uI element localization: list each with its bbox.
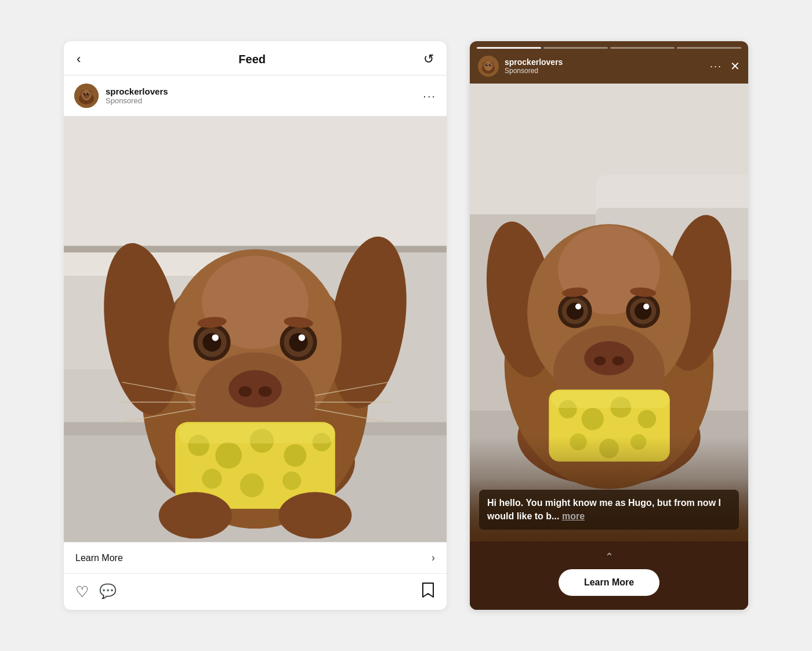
svg-point-7 <box>87 93 90 96</box>
svg-point-49 <box>278 492 351 538</box>
svg-point-63 <box>487 64 487 65</box>
feed-dog-image <box>64 116 447 542</box>
story-more-button[interactable]: ··· <box>710 60 722 73</box>
svg-rect-47 <box>179 424 335 443</box>
progress-segment-4 <box>677 47 741 49</box>
progress-segment-1 <box>477 47 541 49</box>
svg-point-26 <box>259 386 272 397</box>
story-image-area: Hi hello. You might know me as Hugo, but… <box>470 84 748 541</box>
story-dog-image <box>470 84 748 541</box>
feed-actions-left: ♡ 💬 <box>75 583 117 601</box>
svg-point-25 <box>238 386 252 397</box>
avatar <box>74 84 99 108</box>
feed-header: ‹ Feed ↺ <box>64 41 447 75</box>
svg-point-9 <box>88 93 89 95</box>
svg-point-79 <box>612 356 624 366</box>
svg-point-40 <box>215 442 242 469</box>
user-info: sprockerlovers Sponsored <box>106 86 168 105</box>
story-caption-text: Hi hello. You might know me as Hugo, but… <box>487 498 721 520</box>
story-avatar <box>478 56 499 77</box>
refresh-button[interactable]: ↺ <box>423 52 434 67</box>
svg-point-46 <box>282 471 301 490</box>
story-learn-more-button[interactable]: Learn More <box>559 569 659 596</box>
story-username: sprockerlovers <box>505 57 563 67</box>
bookmark-button[interactable] <box>421 582 435 602</box>
svg-point-34 <box>299 334 305 341</box>
svg-rect-98 <box>552 391 669 408</box>
svg-point-33 <box>212 334 218 341</box>
svg-point-78 <box>594 356 606 366</box>
svg-point-62 <box>489 64 491 66</box>
chevron-right-icon: › <box>432 552 435 564</box>
svg-point-60 <box>484 62 492 71</box>
svg-point-8 <box>85 93 86 95</box>
svg-point-77 <box>584 341 634 375</box>
svg-point-84 <box>567 303 583 320</box>
swipe-up-icon: ⌃ <box>605 551 614 563</box>
svg-point-92 <box>582 408 604 430</box>
like-button[interactable]: ♡ <box>75 583 89 601</box>
story-panel: sprockerlovers Sponsored ··· ✕ <box>470 41 748 610</box>
learn-more-label: Learn More <box>75 553 123 563</box>
svg-point-24 <box>229 370 282 407</box>
story-bottom: ⌃ Learn More <box>470 541 748 610</box>
svg-point-61 <box>485 64 488 66</box>
feed-title: Feed <box>238 53 266 66</box>
svg-point-44 <box>202 469 222 489</box>
feed-learn-more-row[interactable]: Learn More › <box>64 542 447 574</box>
svg-point-45 <box>240 473 264 497</box>
svg-point-87 <box>643 303 649 309</box>
progress-segment-3 <box>610 47 675 49</box>
story-close-button[interactable]: ✕ <box>730 59 740 73</box>
svg-point-94 <box>638 410 657 428</box>
story-header: sprockerlovers Sponsored ··· ✕ <box>470 51 748 84</box>
sponsored-label: Sponsored <box>106 96 168 105</box>
svg-point-48 <box>159 492 232 538</box>
story-sponsored-label: Sponsored <box>505 67 563 75</box>
svg-point-31 <box>202 333 221 352</box>
story-user-info: sprockerlovers Sponsored <box>478 56 563 77</box>
back-button[interactable]: ‹ <box>77 53 81 66</box>
feed-post-user: sprockerlovers Sponsored <box>74 84 168 108</box>
story-user-info-text: sprockerlovers Sponsored <box>505 57 563 75</box>
more-options-button[interactable]: ··· <box>423 89 436 103</box>
feed-post-header: sprockerlovers Sponsored ··· <box>64 75 447 116</box>
svg-point-32 <box>289 333 307 352</box>
progress-segment-2 <box>543 47 608 49</box>
svg-point-6 <box>84 93 86 96</box>
story-progress-bar <box>470 41 748 51</box>
story-caption-more-link[interactable]: more <box>562 511 585 521</box>
svg-point-86 <box>575 303 581 309</box>
svg-point-42 <box>284 444 306 466</box>
feed-panel: ‹ Feed ↺ sprockerlov <box>64 41 447 610</box>
comment-button[interactable]: 💬 <box>99 583 117 601</box>
feed-image-container <box>64 116 447 542</box>
svg-point-85 <box>635 303 651 320</box>
svg-point-64 <box>490 64 491 65</box>
story-caption-area: Hi hello. You might know me as Hugo, but… <box>470 478 748 541</box>
story-header-actions: ··· ✕ <box>710 59 740 73</box>
feed-actions: ♡ 💬 <box>64 574 447 610</box>
story-caption-bubble: Hi hello. You might know me as Hugo, but… <box>479 490 739 530</box>
username: sprockerlovers <box>106 86 168 96</box>
svg-rect-14 <box>64 116 447 249</box>
